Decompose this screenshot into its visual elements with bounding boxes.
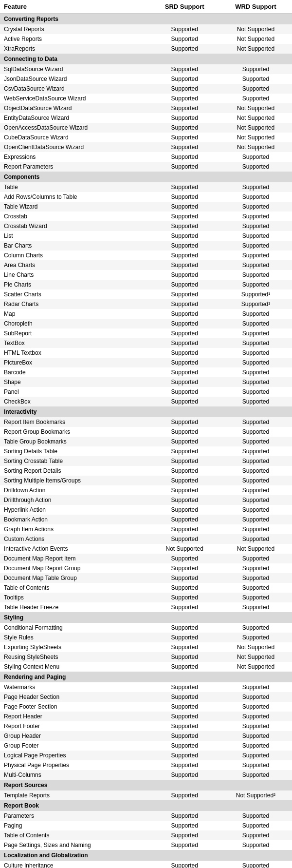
srd-cell: Not Supported	[150, 544, 219, 554]
wrd-cell: Supported	[219, 534, 292, 544]
wrd-cell: Supported	[219, 212, 292, 221]
srd-cell: Supported	[150, 770, 219, 780]
srd-cell: Supported	[150, 231, 219, 241]
feature-cell: SqlDataSource Wizard	[0, 64, 150, 74]
wrd-cell: Not Supported	[219, 113, 292, 123]
wrd-cell: Supported	[219, 192, 292, 202]
table-row: Line ChartsSupportedSupported	[0, 270, 292, 280]
table-row: JsonDataSource WizardSupportedSupported	[0, 74, 292, 84]
srd-cell: Supported	[150, 751, 219, 760]
srd-cell: Supported	[150, 437, 219, 446]
feature-cell: Styling Context Menu	[0, 662, 150, 672]
section-header-row: Report Book	[0, 800, 292, 811]
table-row: CrosstabSupportedSupported	[0, 212, 292, 221]
feature-cell: CubeDataSource Wizard	[0, 133, 150, 142]
section-header-row: Connecting to Data	[0, 54, 292, 64]
feature-cell: Reusing StyleSheets	[0, 652, 150, 662]
wrd-cell: Supported	[219, 387, 292, 397]
srd-cell: Supported	[150, 397, 219, 406]
wrd-cell: Supported	[219, 417, 292, 427]
feature-cell: Crosstab	[0, 212, 150, 221]
feature-cell: CheckBox	[0, 397, 150, 406]
srd-cell: Supported	[150, 289, 219, 299]
wrd-cell: Not Supported	[219, 24, 292, 34]
feature-cell: Sorting Multiple Items/Groups	[0, 476, 150, 485]
table-body: Converting ReportsCrystal ReportsSupport…	[0, 14, 292, 868]
table-row: Add Rows/Columns to TableSupportedSuppor…	[0, 192, 292, 202]
srd-cell: Supported	[150, 123, 219, 133]
srd-cell: Supported	[150, 377, 219, 387]
wrd-cell: Supported	[219, 821, 292, 830]
wrd-cell: Supported	[219, 840, 292, 850]
section-header-row: Report Sources	[0, 780, 292, 791]
wrd-cell: Supported	[219, 241, 292, 251]
table-row: PagingSupportedSupported	[0, 821, 292, 830]
wrd-cell: Supported	[219, 309, 292, 319]
feature-cell: Table Header Freeze	[0, 602, 150, 612]
table-row: WatermarksSupportedSupported	[0, 682, 292, 692]
table-row: Group HeaderSupportedSupported	[0, 731, 292, 741]
feature-cell: Bookmark Action	[0, 515, 150, 524]
wrd-cell: Supported	[219, 94, 292, 103]
table-row: Hyperlink ActionSupportedSupported	[0, 505, 292, 515]
srd-cell: Supported	[150, 515, 219, 524]
wrd-cell: Supported	[219, 270, 292, 280]
table-row: Group FooterSupportedSupported	[0, 741, 292, 751]
section-title: Components	[0, 172, 292, 182]
feature-cell: Graph Item Actions	[0, 524, 150, 534]
srd-cell: Supported	[150, 662, 219, 672]
srd-cell: Supported	[150, 299, 219, 309]
table-row: Pie ChartsSupportedSupported	[0, 280, 292, 289]
srd-cell: Supported	[150, 495, 219, 505]
feature-cell: Column Charts	[0, 251, 150, 260]
srd-cell: Supported	[150, 212, 219, 221]
table-row: ListSupportedSupported	[0, 231, 292, 241]
feature-cell: Physical Page Properties	[0, 760, 150, 770]
wrd-cell: Not Supported	[219, 142, 292, 152]
table-row: Style RulesSupportedSupported	[0, 633, 292, 642]
wrd-cell: Supported	[219, 456, 292, 466]
wrd-cell: Supported	[219, 182, 292, 192]
wrd-cell: Supported	[219, 64, 292, 74]
wrd-cell: Not Supported	[219, 44, 292, 54]
wrd-cell: Supported	[219, 358, 292, 367]
srd-cell: Supported	[150, 387, 219, 397]
table-row: Table Group BookmarksSupportedSupported	[0, 437, 292, 446]
section-title: Report Sources	[0, 780, 292, 791]
wrd-cell: Supported	[219, 731, 292, 741]
wrd-cell: Supported	[219, 319, 292, 328]
srd-cell: Supported	[150, 309, 219, 319]
wrd-cell: Supported	[219, 524, 292, 534]
table-row: Table of ContentsSupportedSupported	[0, 583, 292, 593]
table-row: PanelSupportedSupported	[0, 387, 292, 397]
table-row: Logical Page PropertiesSupportedSupporte…	[0, 751, 292, 760]
feature-cell: Table Wizard	[0, 202, 150, 212]
srd-cell: Supported	[150, 485, 219, 495]
srd-cell: Supported	[150, 446, 219, 456]
srd-cell: Supported	[150, 34, 219, 44]
srd-cell: Supported	[150, 760, 219, 770]
srd-cell: Supported	[150, 103, 219, 113]
feature-cell: Template Reports	[0, 791, 150, 800]
feature-cell: Choropleth	[0, 319, 150, 328]
srd-cell: Supported	[150, 563, 219, 573]
srd-cell: Supported	[150, 367, 219, 377]
section-header-row: Rendering and Paging	[0, 672, 292, 682]
table-row: Bookmark ActionSupportedSupported	[0, 515, 292, 524]
wrd-cell: Not Supported	[219, 652, 292, 662]
table-row: TableSupportedSupported	[0, 182, 292, 192]
srd-cell: Supported	[150, 182, 219, 192]
srd-cell: Supported	[150, 142, 219, 152]
table-row: EntityDataSource WizardSupportedNot Supp…	[0, 113, 292, 123]
feature-cell: Table of Contents	[0, 830, 150, 840]
wrd-cell: Supported	[219, 861, 292, 868]
feature-cell: Tooltips	[0, 593, 150, 602]
srd-cell: Supported	[150, 682, 219, 692]
section-header-row: Converting Reports	[0, 14, 292, 25]
wrd-cell: Supported	[219, 811, 292, 821]
feature-cell: Scatter Charts	[0, 289, 150, 299]
feature-cell: Document Map Table Group	[0, 573, 150, 583]
table-row: CsvDataSource WizardSupportedSupported	[0, 84, 292, 94]
feature-cell: Drillthrough Action	[0, 495, 150, 505]
feature-cell: Barcode	[0, 367, 150, 377]
